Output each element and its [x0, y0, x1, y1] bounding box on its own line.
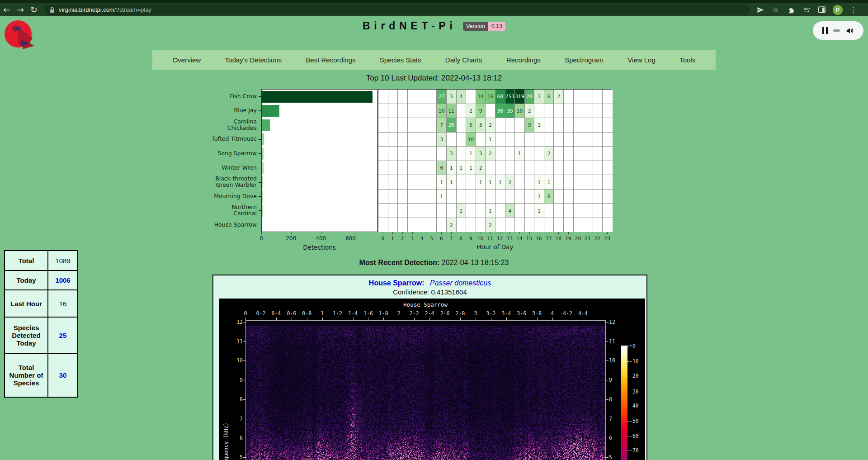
detections-bar [262, 148, 264, 160]
heatmap-cell [583, 133, 593, 147]
chrome-menu-icon[interactable]: ⋮ [849, 5, 858, 14]
nav-item-daily-charts[interactable]: Daily Charts [445, 56, 482, 64]
spec-y-tick: 7 [226, 416, 243, 422]
pause-button[interactable] [822, 27, 828, 34]
back-button[interactable]: ← [0, 3, 14, 16]
detection-species[interactable]: House Sparrow: [369, 279, 425, 287]
detections-bar [262, 91, 373, 103]
heatmap-cell [593, 104, 603, 119]
stats-row: Species Detected Today25 [5, 317, 78, 353]
spec-y-tick-right: 7 [609, 416, 625, 422]
colorbar-label: -30 [629, 389, 639, 395]
heatmap-cell [515, 204, 525, 218]
spectrogram: House Sparrow Frequency (kHz) 00·20·40·6… [219, 299, 645, 460]
heatmap-cell [408, 218, 418, 232]
most-recent-detection: Most Recent Detection: 2022-04-13 18:15:… [0, 259, 868, 267]
heatmap-cell [603, 218, 613, 232]
heatmap-cell [398, 133, 408, 147]
heatmap-cell: 2 [505, 175, 515, 190]
heatmap-cell [378, 104, 388, 119]
heatmap-x-title: Hour of Day [378, 243, 612, 251]
heatmap-cell [544, 204, 554, 218]
heatmap-cell: 2 [466, 104, 476, 119]
heatmap-cell [417, 204, 427, 218]
heatmap-cell [525, 161, 535, 175]
heatmap-cell: 4 [457, 90, 467, 104]
volume-icon[interactable] [845, 27, 854, 35]
heatmap-cell [408, 118, 418, 133]
nav-item-recordings[interactable]: Recordings [506, 56, 541, 64]
heatmap-cell: 1 [544, 175, 554, 190]
side-panel-icon[interactable] [817, 5, 826, 14]
stats-value[interactable]: 25 [48, 317, 78, 353]
bookmark-star-icon[interactable]: ☆ [771, 5, 780, 14]
hour-tick: 0 [378, 236, 387, 241]
heatmap-cell [544, 118, 554, 133]
heatmap-cell [408, 190, 418, 204]
heatmap-cell: 9 [476, 104, 486, 119]
heatmap-cell [515, 190, 525, 204]
detection-sci-name[interactable]: Passer domesticus [430, 279, 491, 287]
spec-y-tick: 8 [226, 396, 243, 403]
stats-value[interactable]: 1006 [48, 270, 78, 290]
heatmap-cell [408, 147, 418, 161]
heatmap-cell [544, 104, 554, 119]
heatmap-cell [495, 118, 505, 133]
nav-item-overview[interactable]: Overview [173, 56, 201, 64]
heatmap-cell [554, 190, 564, 204]
heatmap-cell [495, 218, 505, 232]
heatmap-cell [447, 133, 457, 147]
stats-value: 16 [48, 290, 78, 317]
media-playlist-icon[interactable] [802, 5, 811, 14]
nav-item-tools[interactable]: Tools [679, 56, 695, 64]
hour-tick: 6 [437, 236, 446, 241]
heatmap-cell [574, 204, 584, 218]
heatmap-cell [603, 190, 613, 204]
main-nav: OverviewToday's DetectionsBest Recording… [152, 50, 716, 70]
top10-heading: Top 10 Last Updated: 2022-04-13 18:12 [0, 74, 868, 83]
hour-tick: 20 [573, 236, 582, 241]
stats-value[interactable]: 30 [48, 353, 78, 397]
heatmap-cell [427, 147, 437, 161]
extensions-puzzle-icon[interactable] [787, 5, 796, 14]
heatmap-cell: 3 [476, 118, 486, 133]
heatmap-cell [554, 133, 564, 147]
url-bar[interactable]: virginia.birdnetpi.com/?stream=play [44, 5, 750, 15]
heatmap-cell [554, 218, 564, 232]
audio-player [813, 21, 863, 40]
heatmap-cell [593, 90, 603, 104]
reload-button[interactable]: ↻ [27, 3, 41, 16]
spec-x-tick: 4 [551, 310, 554, 317]
heatmap-cell [427, 161, 437, 175]
heatmap-cell [378, 204, 388, 218]
heatmap-cell [583, 118, 593, 133]
heatmap-cell [417, 133, 427, 147]
heatmap-cell [574, 175, 584, 190]
nav-item-view-log[interactable]: View Log [627, 56, 655, 64]
species-label: Black-throatedGreen Warbler [197, 175, 257, 189]
heatmap-cell [417, 161, 427, 175]
browser-toolbar: ← → ↻ virginia.birdnetpi.com/?stream=pla… [0, 3, 868, 16]
seek-bar[interactable] [833, 29, 840, 32]
heatmap-cell [427, 204, 437, 218]
heatmap-cell: 36 [495, 104, 505, 119]
spec-x-tick: 1·2 [333, 310, 342, 317]
hour-tick: 9 [466, 236, 475, 241]
heatmap-cell [398, 147, 408, 161]
nav-item-best-recordings[interactable]: Best Recordings [306, 56, 355, 64]
colorbar-label: -20 [629, 373, 639, 379]
spec-x-tick: 0·4 [271, 310, 281, 317]
send-icon[interactable] [756, 5, 765, 14]
nav-item-today-s-detections[interactable]: Today's Detections [225, 56, 282, 64]
heatmap-cell [427, 190, 437, 204]
profile-avatar[interactable]: P [833, 5, 843, 15]
nav-item-species-stats[interactable]: Species Stats [380, 56, 421, 64]
forward-button[interactable]: → [14, 3, 27, 16]
heatmap-cell: 1 [447, 175, 457, 190]
heatmap-cell [583, 161, 593, 175]
heatmap-cell [378, 147, 388, 161]
nav-item-spectrogram[interactable]: Spectrogram [565, 56, 604, 64]
hour-tick: 16 [534, 236, 543, 241]
heatmap-cell [574, 104, 584, 119]
heatmap-cell [388, 133, 398, 147]
